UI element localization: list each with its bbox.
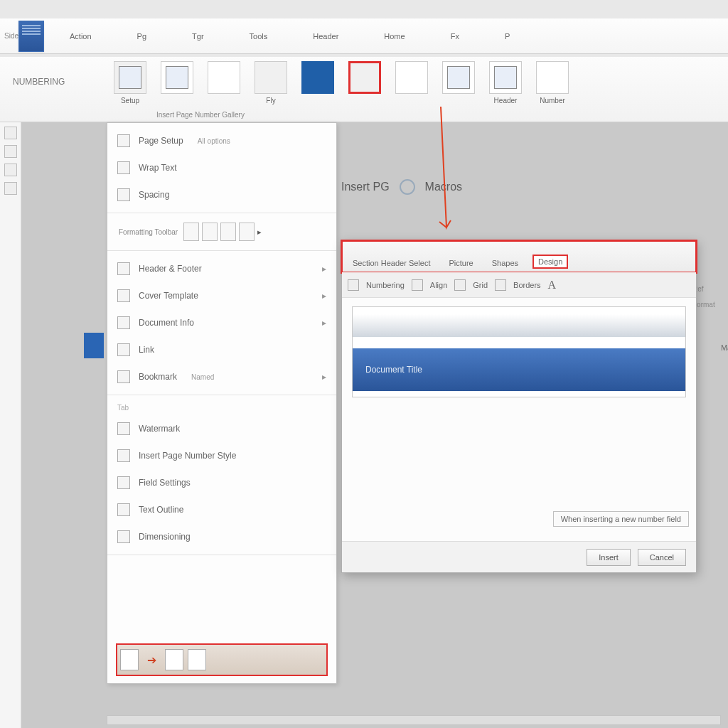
menu-watermark[interactable]: Watermark: [107, 415, 336, 442]
arrow-right-icon: ➔: [147, 653, 156, 667]
right-side-labels: Ref Format: [692, 282, 724, 313]
borders-icon[interactable]: [495, 279, 506, 291]
insert-dialog: Section Header Select Picture Shapes Des…: [341, 240, 697, 573]
menu-wrap-text[interactable]: Wrap Text: [107, 154, 336, 181]
dialog-header: Section Header Select Picture Shapes Des…: [341, 240, 697, 274]
menu-link[interactable]: Link: [107, 336, 336, 363]
tab-p[interactable]: P: [505, 32, 510, 41]
menu-bookmark[interactable]: BookmarkNamed▸: [107, 363, 336, 390]
cover-icon: [117, 289, 130, 302]
dialog-hint: When inserting a new number field: [553, 511, 689, 527]
horizontal-scrollbar[interactable]: [107, 715, 721, 725]
ribbon-tab-strip: Side Action Pg Tgr Tools Header Home Fx …: [0, 18, 728, 54]
cmd-header[interactable]: Header: [489, 61, 522, 105]
preview-title: Document Title: [365, 365, 422, 375]
cmd-2[interactable]: [161, 61, 193, 97]
link-icon: [117, 343, 130, 356]
insert-button[interactable]: Insert: [587, 549, 631, 566]
menu-field-settings[interactable]: Field Settings: [107, 469, 336, 496]
menu-header-footer[interactable]: Header & Footer▸: [107, 255, 336, 282]
dialog-preview: Document Title: [352, 306, 686, 397]
menu-page-setup[interactable]: Page SetupAll options: [107, 127, 336, 154]
tab-fx[interactable]: Fx: [451, 32, 459, 41]
cmd-setup[interactable]: Setup: [114, 61, 146, 105]
gallery-thumb-3[interactable]: [188, 649, 206, 670]
watermark-icon: [117, 422, 130, 435]
cmd-7[interactable]: [395, 61, 428, 97]
insert-dropdown-menu: Page SetupAll options Wrap Text Spacing …: [107, 122, 337, 684]
globe-icon: [400, 179, 415, 195]
tab-tgr[interactable]: Tgr: [192, 32, 204, 41]
dialog-body: Document Title Margins When inserting a …: [342, 298, 696, 541]
gallery-thumb-2[interactable]: [165, 649, 183, 670]
vertical-toolbar: [0, 122, 21, 728]
chevron-right-icon: ▸: [257, 228, 262, 237]
chevron-right-icon: ▸: [322, 372, 326, 382]
font-a-icon[interactable]: A: [548, 279, 557, 291]
doc-thumb-active[interactable]: [18, 21, 44, 52]
vtool-3[interactable]: [4, 164, 17, 176]
tab-action[interactable]: Action: [70, 32, 92, 41]
heading-a: Insert PG: [341, 181, 390, 193]
cmd-5[interactable]: [301, 61, 334, 97]
tab-tools[interactable]: Tools: [250, 32, 268, 41]
menu-formatting-toolbar[interactable]: Formatting Toolbar ▸: [107, 218, 336, 246]
cmd-3[interactable]: [208, 61, 240, 97]
tab-home[interactable]: Home: [384, 32, 405, 41]
align-icon[interactable]: [412, 279, 423, 291]
page-marker: [84, 333, 104, 358]
menu-cover[interactable]: Cover Template▸: [107, 282, 336, 309]
ribbon-caption: Insert Page Number Gallery: [156, 111, 245, 119]
tab-header[interactable]: Header: [313, 32, 338, 41]
tab-side-label: Side: [4, 32, 13, 40]
spacing-icon: [117, 188, 130, 201]
cmd-number[interactable]: Number: [536, 61, 569, 105]
dlg-tab-design[interactable]: Design: [532, 255, 568, 269]
page-setup-icon: [117, 134, 130, 147]
outline-icon: [117, 503, 130, 516]
menu-gallery-highlight[interactable]: ➔: [116, 643, 328, 676]
annotation-arrow: [434, 107, 435, 235]
menu-spacing[interactable]: Spacing: [107, 181, 336, 208]
tab-pg[interactable]: Pg: [137, 32, 146, 41]
bookmark-icon: [117, 370, 130, 383]
dlg-tab-section[interactable]: Section Header Select: [348, 257, 434, 269]
chevron-right-icon: ▸: [322, 291, 326, 301]
menu-text-outline[interactable]: Text Outline: [107, 496, 336, 523]
dlg-tab-picture[interactable]: Picture: [444, 257, 477, 269]
chevron-right-icon: ▸: [322, 264, 326, 274]
menu-section-label: Tab: [107, 400, 336, 415]
dialog-footer: Insert Cancel: [342, 541, 696, 572]
header-icon: [117, 262, 130, 275]
cmd-8[interactable]: [442, 61, 475, 97]
dialog-toolbar: Numbering Align Grid Borders A: [342, 272, 696, 298]
info-icon: [117, 316, 130, 329]
vtool-1[interactable]: [4, 127, 17, 139]
vtool-4[interactable]: [4, 182, 17, 195]
menu-dimensioning[interactable]: Dimensioning: [107, 523, 336, 550]
menu-docinfo[interactable]: Document Info▸: [107, 309, 336, 336]
field-icon: [117, 476, 130, 489]
dimension-icon: [117, 530, 130, 543]
cmd-4[interactable]: Fly: [255, 61, 287, 105]
wrap-icon: [117, 161, 130, 174]
dlg-tab-shapes[interactable]: Shapes: [488, 257, 523, 269]
cmd-highlighted[interactable]: [348, 61, 381, 97]
number-icon: [117, 449, 130, 462]
menu-page-number-style[interactable]: Insert Page Number Style: [107, 442, 336, 469]
gallery-thumb-1[interactable]: [120, 649, 139, 670]
numbering-icon[interactable]: [348, 279, 359, 291]
vtool-2[interactable]: [4, 145, 17, 158]
grid-icon[interactable]: [454, 279, 466, 291]
cancel-button[interactable]: Cancel: [638, 549, 686, 566]
dialog-side-label: Margins: [721, 343, 728, 352]
ribbon-group-label: NUMBERING: [13, 77, 65, 87]
ribbon-commands: Setup Fly Header Number Insert Page Numb…: [0, 57, 728, 122]
chevron-right-icon: ▸: [322, 318, 326, 328]
